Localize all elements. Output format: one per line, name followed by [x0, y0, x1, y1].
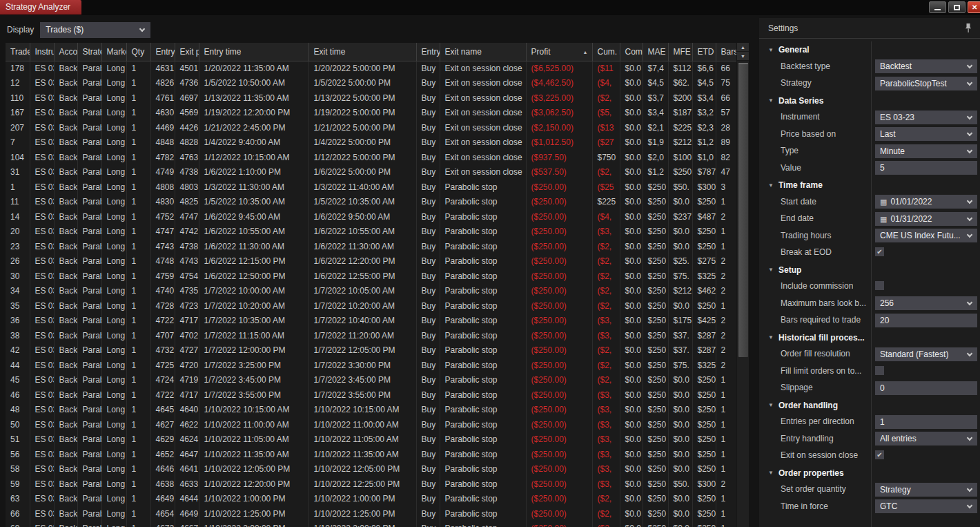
section-header-data-series[interactable]: ▼Data Series	[759, 93, 980, 110]
column-header-entry_price[interactable]: Entry price	[150, 43, 175, 61]
column-header-cum_profit[interactable]: Cum. net profit	[592, 43, 620, 61]
table-row[interactable]: 30ES 03-23BacktestParabolicStopTestLong1…	[6, 269, 736, 285]
window-title-tab[interactable]: Strategy Analyzer	[0, 0, 81, 15]
value-input[interactable]: 5	[875, 161, 977, 175]
price-based-on-select[interactable]: Last	[875, 127, 977, 141]
cell-qty: 1	[126, 477, 150, 492]
table-row[interactable]: 20ES 03-23BacktestParabolicStopTestLong1…	[6, 224, 736, 240]
entry-handling-select[interactable]: All entries	[875, 432, 977, 445]
table-row[interactable]: 50ES 03-23BacktestParabolicStopTestLong1…	[6, 418, 736, 433]
trading-hours-select[interactable]: CME US Index Futu...	[875, 229, 977, 242]
pin-icon[interactable]	[965, 23, 972, 36]
table-row[interactable]: 46ES 03-23BacktestParabolicStopTestLong1…	[6, 388, 736, 403]
strategy-select[interactable]: ParabolicStopTest	[875, 77, 977, 90]
end-date-select[interactable]: ▦01/31/2022	[875, 212, 977, 226]
column-header-exit_time[interactable]: Exit time	[308, 43, 416, 61]
table-row[interactable]: 26ES 03-23BacktestParabolicStopTestLong1…	[6, 254, 736, 269]
table-row[interactable]: 58ES 03-23BacktestParabolicStopTestLong1…	[6, 462, 736, 477]
table-row[interactable]: 38ES 03-23BacktestParabolicStopTestLong1…	[6, 329, 736, 344]
calendar-icon: ▦	[880, 215, 887, 223]
type-select[interactable]: Minute	[875, 144, 977, 158]
column-header-exit_name[interactable]: Exit name	[440, 43, 526, 61]
column-header-account[interactable]: Account	[54, 43, 77, 61]
setting-value: ParabolicStopTest	[880, 79, 947, 88]
column-header-qty[interactable]: Qty	[126, 43, 150, 61]
column-header-etd[interactable]: ETD	[692, 43, 716, 61]
section-header-order-properties[interactable]: ▼Order properties	[759, 465, 980, 482]
scrollbar-thumb[interactable]	[738, 63, 748, 357]
column-header-mfe[interactable]: MFE	[668, 43, 692, 61]
cell-entry_time: 1/13/2022 11:35:00 AM	[199, 91, 308, 106]
table-row[interactable]: 31ES 03-23BacktestParabolicStopTestLong1…	[6, 165, 736, 180]
table-row[interactable]: 14ES 03-23BacktestParabolicStopTestLong1…	[6, 210, 736, 225]
table-row[interactable]: 7ES 03-23BacktestParabolicStopTestLong14…	[6, 135, 736, 151]
column-header-entry_name[interactable]: Entry name	[416, 43, 440, 61]
column-header-commission[interactable]: Commission	[620, 43, 643, 61]
setting-row-price-based-on: Price based onLast	[759, 126, 980, 144]
bars-required-to-trade-input[interactable]: 20	[875, 314, 977, 327]
table-row[interactable]: 59ES 03-23BacktestParabolicStopTestLong1…	[6, 477, 736, 492]
table-row[interactable]: 178ES 03-23BacktestParabolicStopTestLong…	[6, 61, 736, 76]
table-row[interactable]: 56ES 03-23BacktestParabolicStopTestLong1…	[6, 448, 736, 463]
order-fill-resolution-select[interactable]: Standard (Fastest)	[875, 347, 977, 361]
table-row[interactable]: 44ES 03-23BacktestParabolicStopTestLong1…	[6, 358, 736, 374]
cell-bars: 1	[716, 403, 736, 418]
column-header-exit_price[interactable]: Exit price	[175, 43, 199, 61]
table-row[interactable]: 36ES 03-23BacktestParabolicStopTestLong1…	[6, 314, 736, 329]
table-row[interactable]: 23ES 03-23BacktestParabolicStopTestLong1…	[6, 240, 736, 255]
backtest-type-select[interactable]: Backtest	[875, 59, 977, 73]
table-row[interactable]: 51ES 03-23BacktestParabolicStopTestLong1…	[6, 432, 736, 448]
table-row[interactable]: 66ES 03-23BacktestParabolicStopTestLong1…	[6, 507, 736, 522]
scroll-down-button[interactable]: ▼	[737, 52, 749, 61]
table-row[interactable]: 12ES 03-23BacktestParabolicStopTestLong1…	[6, 76, 736, 91]
break-at-eod-checkbox[interactable]: ✔	[875, 247, 884, 256]
cell-bars: 1	[716, 224, 736, 240]
table-row[interactable]: 11ES 03-23BacktestParabolicStopTestLong1…	[6, 195, 736, 210]
cell-cum_profit: ($2,	[592, 240, 620, 255]
table-row[interactable]: 35ES 03-23BacktestParabolicStopTestLong1…	[6, 299, 736, 314]
table-row[interactable]: 48ES 03-23BacktestParabolicStopTestLong1…	[6, 403, 736, 418]
entries-per-direction-input[interactable]: 1	[875, 415, 977, 429]
table-row[interactable]: 69ES 03-23BacktestParabolicStopTestLong1…	[6, 521, 736, 527]
column-header-profit[interactable]: Profit▲	[526, 43, 592, 61]
cell-commission: $0.0	[620, 61, 643, 76]
table-row[interactable]: 34ES 03-23BacktestParabolicStopTestLong1…	[6, 284, 736, 299]
instrument-select[interactable]: ES 03-23	[875, 111, 977, 124]
section-header-historical-fill-proces[interactable]: ▼Historical fill proces...	[759, 329, 980, 347]
table-row[interactable]: 1ES 03-23BacktestParabolicStopTestLong14…	[6, 180, 736, 195]
column-header-market_pos[interactable]: Market pos.	[101, 43, 126, 61]
set-order-quantity-select[interactable]: Strategy	[875, 483, 977, 497]
section-header-order-handling[interactable]: ▼Order handling	[759, 397, 980, 414]
table-row[interactable]: 207ES 03-23BacktestParabolicStopTestLong…	[6, 121, 736, 136]
scroll-up-button[interactable]: ▲	[737, 43, 749, 52]
close-button[interactable]: ✕	[968, 1, 980, 13]
exit-on-session-close-checkbox[interactable]: ✔	[875, 450, 884, 459]
slippage-input[interactable]: 0	[875, 381, 977, 395]
column-header-bars[interactable]: Bars	[716, 43, 736, 61]
table-row[interactable]: 45ES 03-23BacktestParabolicStopTestLong1…	[6, 373, 736, 388]
fill-limit-orders-on-to-checkbox[interactable]	[875, 366, 884, 375]
table-vertical-scrollbar[interactable]: ▲ ▼	[736, 43, 749, 527]
column-header-entry_time[interactable]: Entry time	[199, 43, 308, 61]
table-row[interactable]: 110ES 03-23BacktestParabolicStopTestLong…	[6, 91, 736, 106]
time-in-force-select[interactable]: GTC	[875, 499, 977, 513]
table-row[interactable]: 104ES 03-23BacktestParabolicStopTestLong…	[6, 151, 736, 166]
section-header-general[interactable]: ▼General	[759, 41, 980, 59]
table-row[interactable]: 63ES 03-23BacktestParabolicStopTestLong1…	[6, 492, 736, 507]
include-commission-checkbox[interactable]	[875, 281, 884, 290]
minimize-button[interactable]	[929, 1, 946, 13]
section-header-time-frame[interactable]: ▼Time frame	[759, 177, 980, 194]
column-header-trade_number[interactable]: Trade number	[6, 43, 30, 61]
cell-bars: 1	[716, 388, 736, 403]
column-header-instrument[interactable]: Instrument	[30, 43, 54, 61]
section-header-setup[interactable]: ▼Setup	[759, 262, 980, 279]
maximum-bars-look-b-select[interactable]: 256	[875, 296, 977, 310]
table-row[interactable]: 167ES 03-23BacktestParabolicStopTestLong…	[6, 106, 736, 121]
column-header-strategy[interactable]: Strategy	[77, 43, 101, 61]
maximize-button[interactable]	[948, 1, 966, 13]
column-header-mae[interactable]: MAE	[643, 43, 668, 61]
start-date-select[interactable]: ▦01/01/2022	[875, 195, 977, 209]
display-select[interactable]: Trades ($)	[40, 22, 150, 38]
table-row[interactable]: 42ES 03-23BacktestParabolicStopTestLong1…	[6, 343, 736, 358]
cell-entry_name: Buy	[416, 135, 440, 151]
